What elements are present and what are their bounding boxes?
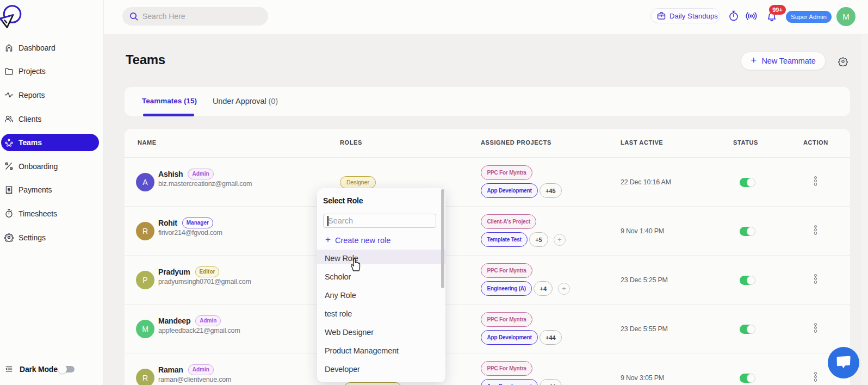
add-project-button[interactable]: + <box>554 234 566 246</box>
daily-standups-button[interactable]: Daily Standups <box>650 8 720 23</box>
project-chip[interactable]: +45 <box>540 183 562 198</box>
project-chip[interactable]: Client-A's Project <box>481 214 536 229</box>
role-option-test-role[interactable]: test role <box>317 305 445 323</box>
row-actions-button[interactable] <box>814 372 817 382</box>
row-actions-button[interactable] <box>814 176 817 187</box>
project-chip[interactable]: +5 <box>529 232 548 247</box>
sidebar-item-clients[interactable]: Clients <box>0 107 103 131</box>
briefcase-icon <box>657 11 666 20</box>
sidebar-item-label: Settings <box>18 233 46 242</box>
permission-badge: Manager <box>182 218 213 228</box>
status-toggle[interactable] <box>740 325 755 334</box>
sidebar-item-projects[interactable]: Projects <box>0 60 103 84</box>
table-row: PPradyumEditorpradyumsingh0701@gmail.com… <box>125 256 850 305</box>
sidebar-item-label: Reports <box>18 91 45 100</box>
column-header-status: STATUS <box>733 139 758 146</box>
row-actions-button[interactable] <box>814 225 817 235</box>
project-line: App Development+45 <box>481 183 562 198</box>
status-toggle[interactable] <box>740 178 755 187</box>
project-line: PPC For Myntra <box>481 361 562 376</box>
sidebar-item-label: Teams <box>18 138 42 147</box>
project-chip[interactable]: PPC For Myntra <box>481 361 532 376</box>
settings-gear-icon[interactable] <box>838 57 848 66</box>
project-chip[interactable]: +4 <box>534 281 553 296</box>
settings-icon <box>4 233 14 242</box>
global-search-input[interactable]: Search Here <box>122 7 268 26</box>
avatar: A <box>136 173 154 191</box>
role-option-developer[interactable]: Developer <box>317 360 445 378</box>
sidebar-item-onboarding[interactable]: Onboarding <box>0 154 103 178</box>
sidebar-item-payments[interactable]: Payments <box>0 178 103 202</box>
status-toggle[interactable] <box>740 276 755 285</box>
project-chip[interactable]: +44 <box>540 330 562 345</box>
sidebar-item-reports[interactable]: Reports <box>0 83 103 107</box>
row-actions-button[interactable] <box>814 323 817 333</box>
toggle-knob <box>747 325 756 334</box>
active-tab-indicator <box>143 114 194 116</box>
sidebar-item-timesheets[interactable]: Timesheets <box>0 202 103 226</box>
role-options-list: New RoleScholorAny Roletest roleWeb Desi… <box>317 249 445 378</box>
role-option-scholor[interactable]: Scholor <box>317 268 445 286</box>
teammate-email: firivor214@fgvod.com <box>158 229 222 237</box>
sidebar-item-dashboard[interactable]: Dashboard <box>0 36 103 60</box>
app-root: DashboardProjectsReportsClientsTeamsOnbo… <box>0 0 868 385</box>
sidebar-item-teams[interactable]: Teams <box>0 131 103 154</box>
project-line: Template Test+5+ <box>481 232 566 247</box>
project-line: App Development+44 <box>481 379 562 385</box>
project-chip[interactable]: PPC For Myntra <box>481 263 532 278</box>
project-chip[interactable]: +44 <box>540 379 562 385</box>
project-chip[interactable]: Template Test <box>481 232 528 247</box>
tab-teammates[interactable]: Teammates (15) <box>142 97 197 105</box>
tab-under-approval-count: (0) <box>269 97 278 105</box>
sidebar-item-label: Onboarding <box>18 162 58 171</box>
broadcast-icon[interactable] <box>746 10 757 22</box>
project-chip[interactable]: Engineering (A) <box>481 281 532 296</box>
status-toggle[interactable] <box>740 227 755 236</box>
user-avatar[interactable]: M <box>836 7 855 26</box>
role-chip[interactable]: Designer <box>340 176 376 189</box>
role-option-new-role[interactable]: New Role <box>317 249 445 268</box>
permission-badge: Admin <box>188 169 213 179</box>
dropdown-scrollbar[interactable] <box>441 189 444 288</box>
project-chip[interactable]: App Development <box>481 379 538 385</box>
project-chip[interactable]: App Development <box>481 330 538 345</box>
toggle-knob <box>747 276 756 285</box>
teams-icon <box>4 138 14 147</box>
add-project-button[interactable]: + <box>558 283 570 295</box>
create-new-role-label: Create new role <box>335 236 390 245</box>
project-chip[interactable]: PPC For Myntra <box>481 312 532 327</box>
timer-icon[interactable] <box>728 10 739 21</box>
new-teammate-button[interactable]: + New Teammate <box>741 52 826 70</box>
teammate-name: Rohit <box>158 219 177 227</box>
timesheets-icon <box>4 209 14 218</box>
teammate-name: Mandeep <box>158 316 190 325</box>
create-new-role-button[interactable]: + Create new role <box>325 235 390 245</box>
project-chip[interactable]: App Development <box>481 183 538 198</box>
partial-role-chip <box>344 382 402 385</box>
search-placeholder: Search Here <box>142 12 185 21</box>
project-chip[interactable]: PPC For Myntra <box>481 165 532 180</box>
row-actions-button[interactable] <box>814 274 817 284</box>
column-header-action: ACTION <box>803 139 828 146</box>
name-line: AshishAdmin <box>158 168 214 179</box>
status-toggle[interactable] <box>740 374 755 383</box>
role-option-product-management[interactable]: Product Management <box>317 341 445 360</box>
project-line: PPC For Myntra <box>481 165 562 180</box>
column-header-last-active: LAST ACTIVE <box>621 139 663 146</box>
teammate-email: biz.mastercreationz@gmail.com <box>158 180 252 188</box>
teammate-email: raman@clientvenue.com <box>158 376 231 383</box>
role-search-input[interactable]: Search <box>323 214 436 228</box>
dropdown-title: Select Role <box>323 196 363 205</box>
teammate-email: appfeedback21@gmail.com <box>158 327 240 334</box>
column-header-assigned-projects: ASSIGNED PROJECTS <box>481 139 551 146</box>
role-option-any-role[interactable]: Any Role <box>317 286 445 305</box>
sidebar-item-settings[interactable]: Settings <box>0 226 103 250</box>
tab-under-approval[interactable]: Under Approval (0) <box>213 97 278 105</box>
dark-mode-toggle[interactable] <box>61 366 75 372</box>
role-option-web-designer[interactable]: Web Designer <box>317 323 445 341</box>
assigned-projects: PPC For MyntraApp Development+44 <box>481 361 562 385</box>
sidebar-item-label: Clients <box>18 115 41 123</box>
notification-count-badge: 99+ <box>769 5 786 15</box>
chat-widget-button[interactable] <box>828 347 859 378</box>
plus-icon: + <box>325 234 331 245</box>
